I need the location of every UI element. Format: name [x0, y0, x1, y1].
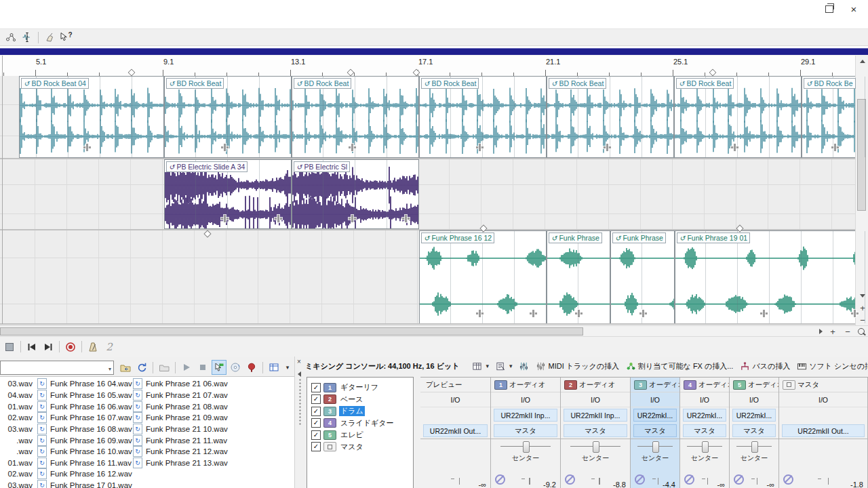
close-button[interactable]: × [842, 1, 865, 16]
channel-strip[interactable]: 1オーディオI/OUR22mkII Inp...マスタセンター-9.2 [491, 378, 561, 488]
clip-name-label[interactable]: ↺BD Rock Beat [421, 78, 479, 89]
clip-name-label[interactable]: ↺BD Rock Beat [294, 78, 351, 89]
insert-button[interactable]: バスの挿入 [740, 361, 790, 371]
file-item[interactable]: ↻Funk Phrase 17 01.wav [37, 480, 132, 488]
checkbox[interactable]: ✓ [311, 407, 321, 416]
clip-name-label[interactable]: ↺Funk Phrase [612, 232, 666, 243]
insert-button[interactable]: 割り当て可能な FX の挿入... [626, 361, 733, 371]
clip-move-handle[interactable] [575, 310, 583, 317]
audio-clip[interactable]: ↺BD Rock Beat [674, 76, 802, 158]
audio-clip[interactable]: ↺PB Electric Slide A 34 [164, 159, 292, 229]
output-selector[interactable]: マスタ [633, 424, 677, 437]
play-button[interactable] [179, 360, 194, 375]
audio-clip[interactable]: ↺BD Rock Beat [547, 76, 674, 158]
mute-indicator-icon[interactable] [495, 474, 505, 485]
checkbox[interactable]: ✓ [311, 442, 321, 451]
zoom-in-button[interactable]: + [827, 326, 838, 337]
scroll-down-button[interactable] [857, 290, 868, 301]
input-selector[interactable]: UR22mkI... [683, 409, 726, 422]
file-item[interactable]: 03.wav [1, 378, 33, 390]
auto-preview-button[interactable] [212, 360, 226, 375]
view-button[interactable] [519, 361, 529, 371]
mute-indicator-icon[interactable] [783, 474, 793, 485]
file-item[interactable]: ↻Funk Phrase 16 11.wav [37, 457, 132, 468]
pan-slider-thumb[interactable] [652, 441, 659, 453]
zoom-tool-button[interactable] [856, 326, 867, 337]
clip-name-label[interactable]: ↺BD Rock Beat [676, 78, 734, 89]
folder-up-button[interactable] [118, 360, 133, 375]
file-item[interactable]: 02.wav [1, 412, 33, 424]
file-item[interactable]: ↻Funk Phrase 21 06.wav [133, 378, 228, 390]
clip-move-handle[interactable] [731, 144, 738, 151]
mute-indicator-icon[interactable] [684, 474, 694, 485]
scroll-up-button[interactable] [857, 56, 868, 66]
file-item[interactable]: 04.wav [1, 390, 33, 401]
input-selector[interactable]: UR22mkII Inp... [564, 409, 627, 422]
go-start-button[interactable] [24, 340, 40, 354]
clip-move-handle[interactable] [275, 215, 282, 222]
channel-strip[interactable]: 4オーディオI/OUR22mkI...マスタセンター-∞ [680, 378, 730, 488]
audio-clip[interactable]: ↺BD Rock Beat 04 [19, 76, 164, 158]
clip-move-handle[interactable] [831, 144, 839, 151]
refresh-button[interactable] [134, 360, 149, 375]
file-item[interactable]: ↻Funk Phrase 16 12.wav [37, 468, 132, 480]
input-selector[interactable]: UR22mkII Inp... [494, 409, 557, 422]
view-button[interactable]: ▾ [472, 361, 489, 371]
output-selector[interactable]: UR22mkII Out... [782, 424, 865, 437]
search-combobox[interactable]: ▾ [0, 361, 114, 375]
file-item[interactable]: ↻Funk Phrase 21 13.wav [133, 457, 228, 468]
file-item[interactable]: ↻Funk Phrase 16 06.wav [37, 401, 132, 412]
views-list-button[interactable] [267, 360, 281, 375]
clip-move-handle[interactable] [639, 310, 647, 317]
time-ruler[interactable]: 5.19.113.117.121.125.129.1 [0, 56, 868, 77]
mute-indicator-icon[interactable] [565, 474, 575, 485]
clip-name-label[interactable]: ↺PB Electric Slide A 34 [166, 161, 248, 172]
clip-move-handle[interactable] [402, 215, 410, 222]
audio-clip[interactable]: ↺Funk Phrase [547, 230, 610, 324]
file-item[interactable]: ↻Funk Phrase 16 08.wav [37, 424, 132, 435]
file-item[interactable]: ↻Funk Phrase 16 09.wav [37, 434, 132, 446]
insert-button[interactable]: ソフト シンセの挿入... [797, 361, 868, 371]
track-list-item[interactable]: ✓4スライドギター [311, 418, 413, 430]
view-button[interactable]: ▾ [496, 361, 513, 371]
mute-indicator-icon[interactable] [635, 474, 645, 485]
grip-dots[interactable] [298, 378, 302, 426]
clip-name-label[interactable]: ↺BD Rock Beat [549, 78, 606, 89]
file-list[interactable]: 03.wav04.wav01.wav02.wav03.wav.wav.wav01… [0, 376, 294, 488]
clip-move-handle[interactable] [476, 310, 484, 317]
horizontal-scrollbar[interactable]: +− [0, 325, 868, 337]
clip-move-handle[interactable] [851, 310, 859, 317]
zoom-out-button[interactable]: − [842, 326, 853, 337]
pan-slider-thumb[interactable] [751, 441, 758, 453]
clip-name-label[interactable]: ↺BD Rock Beat [166, 78, 224, 89]
record-preview-button[interactable] [244, 360, 259, 375]
clip-move-handle[interactable] [83, 144, 91, 151]
hscroll-thumb[interactable] [0, 327, 583, 336]
output-selector[interactable]: マスタ [494, 424, 557, 437]
clip-move-handle[interactable] [349, 215, 356, 222]
clip-move-handle[interactable] [604, 144, 611, 151]
file-item[interactable]: ↻Funk Phrase 21 10.wav [133, 424, 228, 435]
count-in-button[interactable]: 2 [101, 340, 117, 354]
panel-close-icon[interactable]: × [297, 358, 301, 365]
mute-indicator-icon[interactable] [734, 474, 744, 485]
file-item[interactable]: ↻Funk Phrase 16 05.wav [37, 390, 132, 401]
record-button[interactable] [62, 340, 79, 354]
help-pointer-button[interactable]: ? [58, 30, 74, 45]
file-item[interactable]: 02.wav [1, 468, 33, 480]
track-list-item[interactable]: ✓2ベース [311, 394, 413, 406]
checkbox[interactable]: ✓ [311, 394, 321, 404]
restore-button[interactable] [818, 1, 841, 16]
audio-clip[interactable]: ↺BD Rock Beat [292, 76, 419, 158]
file-item[interactable]: 01.wav [1, 401, 33, 412]
clip-move-handle[interactable] [221, 215, 229, 222]
insert-button[interactable]: MIDI トラックの挿入 [536, 361, 619, 371]
vertical-scrollbar[interactable]: +− [855, 56, 868, 325]
scrub-tool-button[interactable] [19, 30, 35, 45]
audio-clip[interactable]: ↺Funk Phrase 19 01 [675, 230, 868, 324]
audio-clip[interactable]: ↺BD Rock Beat [164, 76, 292, 158]
views-dropdown-button[interactable]: ▾ [283, 360, 292, 375]
clip-move-handle[interactable] [530, 310, 537, 317]
metronome-button[interactable] [85, 340, 101, 354]
file-item[interactable]: ↻Funk Phrase 21 09.wav [133, 412, 228, 424]
